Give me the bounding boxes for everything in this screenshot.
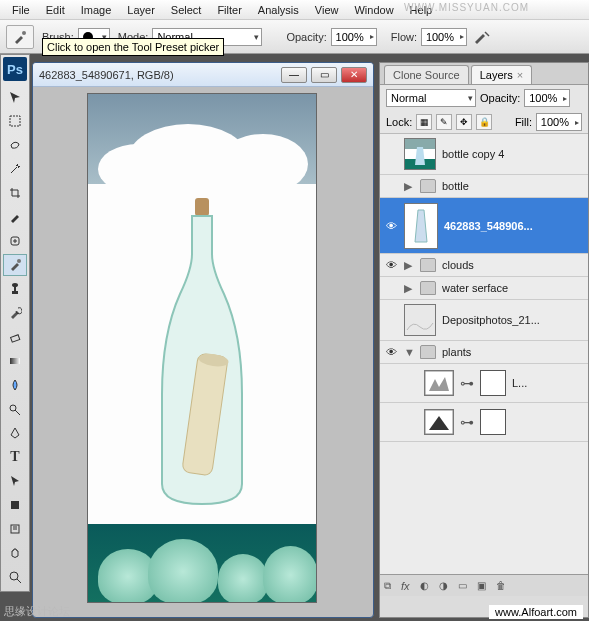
zoom-tool[interactable] [3,566,27,588]
layer-opacity-input[interactable]: 100% [524,89,570,107]
fx-icon[interactable]: fx [401,580,410,592]
disclosure-icon[interactable]: ▶ [404,259,414,272]
adjustment-layer-row[interactable]: ⊶ [380,403,588,442]
type-tool[interactable]: T [3,446,27,468]
layer-group-row[interactable]: 👁 ▶ clouds [380,254,588,277]
flow-input[interactable]: 100% [421,28,467,46]
tool-preset-picker[interactable] [6,25,34,49]
mask-icon[interactable]: ◐ [420,580,429,591]
group-icon[interactable]: ▭ [458,580,467,591]
layer-name[interactable]: L... [512,377,527,389]
layer-name[interactable]: Depositphotos_21... [442,314,540,326]
layer-row[interactable]: 👁 462883_548906... [380,198,588,254]
airbrush-toggle[interactable] [471,27,493,47]
disclosure-icon[interactable]: ▶ [404,282,414,295]
opacity-input[interactable]: 100% [331,28,377,46]
crop-tool[interactable] [3,182,27,204]
wand-tool[interactable] [3,158,27,180]
layer-name[interactable]: plants [442,346,471,358]
toolbox: Ps T [0,54,30,592]
fill-value: 100% [541,116,569,128]
layer-mask[interactable] [480,370,506,396]
document-titlebar[interactable]: 462883_54890671, RGB/8) — ▭ ✕ [33,63,373,87]
layer-mask[interactable] [480,409,506,435]
close-button[interactable]: ✕ [341,67,367,83]
menu-layer[interactable]: Layer [119,1,163,19]
svg-rect-4 [12,291,18,294]
menu-filter[interactable]: Filter [209,1,249,19]
adjustment-layer-row[interactable]: ⊶ L... [380,364,588,403]
menu-window[interactable]: Window [346,1,401,19]
tab-clone-source[interactable]: Clone Source [384,65,469,84]
menu-image[interactable]: Image [73,1,120,19]
lock-position-icon[interactable]: ✥ [456,114,472,130]
opacity-value: 100% [336,31,364,43]
visibility-icon[interactable] [384,179,398,193]
healing-tool[interactable] [3,230,27,252]
lock-pixels-icon[interactable]: ✎ [436,114,452,130]
visibility-icon[interactable]: 👁 [384,345,398,359]
close-tab-icon[interactable]: × [517,69,523,81]
shape-tool[interactable] [3,494,27,516]
visibility-icon[interactable] [384,313,398,327]
notes-tool[interactable] [3,518,27,540]
stamp-tool[interactable] [3,278,27,300]
visibility-icon[interactable]: 👁 [384,258,398,272]
bottle-image [88,184,316,524]
blur-tool[interactable] [3,374,27,396]
new-layer-icon[interactable]: ▣ [477,580,486,591]
link-layers-icon[interactable]: ⧉ [384,580,391,592]
menu-view[interactable]: View [307,1,347,19]
menu-edit[interactable]: Edit [38,1,73,19]
path-select-tool[interactable] [3,470,27,492]
layers-footer: ⧉ fx ◐ ◑ ▭ ▣ 🗑 [380,574,588,596]
pen-tool[interactable] [3,422,27,444]
layer-row[interactable]: bottle copy 4 [380,134,588,175]
gradient-tool[interactable] [3,350,27,372]
visibility-icon[interactable] [384,281,398,295]
opacity-label: Opacity: [286,31,326,43]
layer-group-row[interactable]: ▶ bottle [380,175,588,198]
hand-tool[interactable] [3,542,27,564]
flow-label: Flow: [391,31,417,43]
folder-icon [420,179,436,193]
layer-name[interactable]: water serface [442,282,508,294]
lasso-tool[interactable] [3,134,27,156]
layer-name[interactable]: clouds [442,259,474,271]
eyedropper-tool[interactable] [3,206,27,228]
disclosure-icon[interactable]: ▶ [404,180,414,193]
document-window: 462883_54890671, RGB/8) — ▭ ✕ [32,62,374,618]
layer-name[interactable]: bottle [442,180,469,192]
menu-file[interactable]: File [4,1,38,19]
blend-mode-dropdown[interactable]: Normal [386,89,476,107]
history-brush-tool[interactable] [3,302,27,324]
tab-layers[interactable]: Layers× [471,65,532,84]
lock-all-icon[interactable]: 🔒 [476,114,492,130]
fill-input[interactable]: 100% [536,113,582,131]
menu-select[interactable]: Select [163,1,210,19]
link-icon: ⊶ [460,414,474,430]
disclosure-icon[interactable]: ▼ [404,346,414,358]
dodge-tool[interactable] [3,398,27,420]
maximize-button[interactable]: ▭ [311,67,337,83]
minimize-button[interactable]: — [281,67,307,83]
eraser-tool[interactable] [3,326,27,348]
layer-group-row[interactable]: 👁 ▼ plants [380,341,588,364]
visibility-icon[interactable]: 👁 [384,219,398,233]
folder-icon [420,258,436,272]
adjustment-icon[interactable]: ◑ [439,580,448,591]
layer-group-row[interactable]: ▶ water serface [380,277,588,300]
svg-rect-13 [195,198,209,216]
svg-point-6 [12,283,18,287]
layer-row[interactable]: Depositphotos_21... [380,300,588,341]
marquee-tool[interactable] [3,110,27,132]
visibility-icon[interactable] [384,147,398,161]
layer-name[interactable]: 462883_548906... [444,220,533,232]
layer-name[interactable]: bottle copy 4 [442,148,504,160]
canvas[interactable] [87,93,317,603]
menu-analysis[interactable]: Analysis [250,1,307,19]
move-tool[interactable] [3,86,27,108]
delete-icon[interactable]: 🗑 [496,580,506,591]
lock-transparency-icon[interactable]: ▦ [416,114,432,130]
brush-tool[interactable] [3,254,27,276]
